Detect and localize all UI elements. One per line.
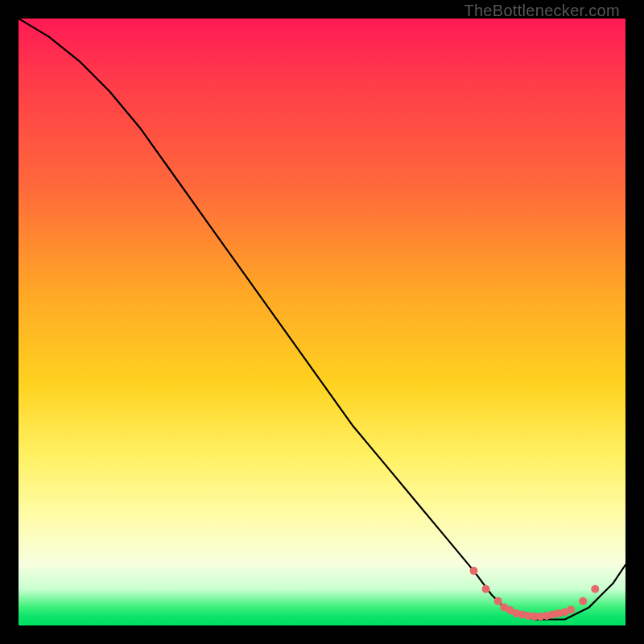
chart-background-gradient — [19, 19, 625, 625]
attribution-label: TheBottlenecker.com — [464, 2, 620, 20]
chart-area — [19, 19, 625, 625]
